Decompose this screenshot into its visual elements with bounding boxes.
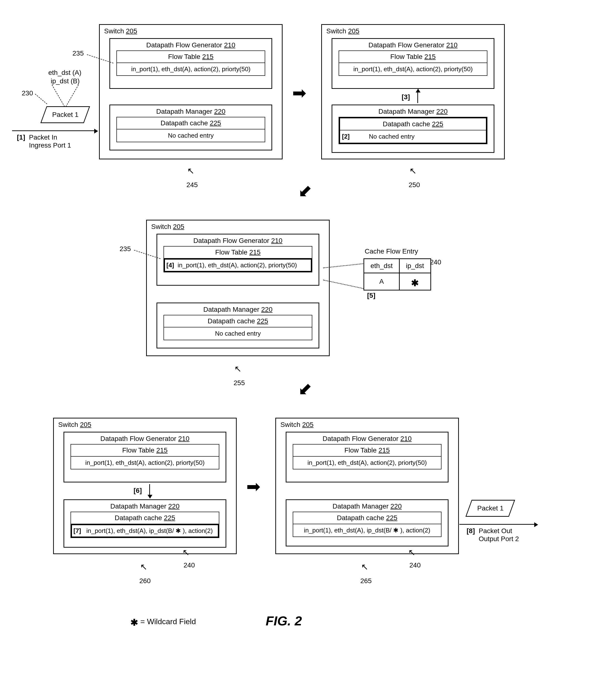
callout-230: 230 <box>22 89 33 97</box>
ptr-265: ↖ <box>361 562 368 571</box>
step-6: [6] <box>134 487 142 495</box>
dp-cache: Datapath cache 225 in_port(1), eth_dst(A… <box>293 512 441 537</box>
dfg-title: Datapath Flow Generator 210 <box>110 39 271 50</box>
cft-v2: ✱ <box>399 273 431 290</box>
switch-245: Switch 205 Datapath Flow Generator 210 F… <box>99 24 283 159</box>
packet-lead-1 <box>52 85 65 107</box>
dpm-title: Datapath Manager 220 <box>286 500 448 512</box>
switch-title: Switch 205 <box>326 27 359 35</box>
dfg-module: Datapath Flow Generator 210 Flow Table 2… <box>110 38 272 89</box>
cache-status: No cached entry <box>117 129 265 142</box>
dfg-title: Datapath Flow Generator 210 <box>332 39 494 50</box>
flow-rule: in_port(1), eth_dst(A), action(2), prior… <box>117 63 265 75</box>
dpm-module: Datapath Manager 220 Datapath cache 225 … <box>64 499 226 548</box>
arrow-step3 <box>417 92 418 103</box>
packet-out-l2: Output Port 2 <box>479 535 519 543</box>
lead-230 <box>35 94 47 104</box>
cache-status: No cached entry <box>164 327 312 340</box>
callout-265: 265 <box>360 577 372 585</box>
callout-235a: 235 <box>72 50 84 57</box>
step-8: [8] <box>467 527 475 535</box>
flow-rule: in_port(1), eth_dst(A), action(2), prior… <box>339 63 487 75</box>
callout-240a: 240 <box>430 258 441 266</box>
callout-260: 260 <box>139 577 151 585</box>
flow-table: Flow Table 215 in_port(1), eth_dst(A), a… <box>116 50 265 76</box>
callout-235b: 235 <box>120 245 131 253</box>
cache-flow-entry-label: Cache Flow Entry <box>365 248 418 255</box>
switch-250: Switch 205 Datapath Flow Generator 210 F… <box>321 24 505 159</box>
step-3: [3] <box>402 93 410 101</box>
cache-flow-table: eth_dst ip_dst A ✱ <box>363 258 431 291</box>
dpm-module: Datapath Manager 220 Datapath cache 225 … <box>156 303 319 348</box>
flow-table: Flow Table 215 in_port(1), eth_dst(A), a… <box>293 444 441 469</box>
callout-250: 250 <box>409 181 420 189</box>
flow-rule: in_port(1), eth_dst(A), action(2), prior… <box>71 457 219 469</box>
flow-table: Flow Table 215 [4] in_port(1), eth_dst(A… <box>164 246 312 272</box>
dp-cache-highlight: Datapath cache 225 [2] No cached entry <box>339 117 487 144</box>
packet-out-l1: Packet Out <box>479 527 512 535</box>
dfg-module: Datapath Flow Generator 210 Flow Table 2… <box>64 432 226 482</box>
dpm-module: Datapath Manager 220 Datapath cache 225 … <box>332 104 494 153</box>
cached-rule: in_port(1), eth_dst(A), ip_dst(B/ ✱ ), a… <box>293 524 441 536</box>
packet-lead-2 <box>66 85 79 107</box>
dp-cache: Datapath cache 225 No cached entry <box>164 315 312 340</box>
ptr-260: ↖ <box>140 562 147 571</box>
switch-265: Switch 205 Datapath Flow Generator 210 F… <box>275 418 459 554</box>
dfg-module: Datapath Flow Generator 210 Flow Table 2… <box>332 38 494 89</box>
dpm-title: Datapath Manager 220 <box>157 303 319 315</box>
flow-table: Flow Table 215 in_port(1), eth_dst(A), a… <box>339 50 487 76</box>
arrow-step6 <box>149 484 150 495</box>
cft-h2: ip_dst <box>399 259 431 273</box>
packet-in-l2: Ingress Port 1 <box>29 142 71 149</box>
ptr-245: ↖ <box>187 167 194 175</box>
cache-status-step2: [2] No cached entry <box>340 130 486 143</box>
dfg-title: Datapath Flow Generator 210 <box>286 432 448 444</box>
arrow-260-to-265: ➡ <box>246 478 261 495</box>
dfg-title: Datapath Flow Generator 210 <box>157 234 319 246</box>
figure-title: FIG. 2 <box>266 613 302 628</box>
arrow-255-to-260: ➡ <box>294 379 316 401</box>
dfg-module: Datapath Flow Generator 210 Flow Table 2… <box>156 234 319 286</box>
ptr-255: ↖ <box>234 365 242 373</box>
packet-eth: eth_dst (A) <box>48 69 81 77</box>
arrow-250-to-255: ➡ <box>294 181 316 203</box>
cft-h1: eth_dst <box>364 259 400 273</box>
packet-in-l1: Packet In <box>29 133 57 141</box>
switch-title: Switch 205 <box>151 223 184 231</box>
switch-260: Switch 205 Datapath Flow Generator 210 F… <box>53 418 237 554</box>
dpm-title: Datapath Manager 220 <box>332 105 494 117</box>
dpm-module: Datapath Manager 220 Datapath cache 225 … <box>286 499 449 546</box>
callout-240b: 240 <box>184 561 195 569</box>
flow-rule-step4: [4] in_port(1), eth_dst(A), action(2), p… <box>164 258 312 272</box>
packet-out-arrow <box>459 524 534 525</box>
callout-255: 255 <box>234 379 245 387</box>
dpm-title: Datapath Manager 220 <box>64 500 225 512</box>
dp-cache: Datapath cache 225 No cached entry <box>116 117 265 142</box>
ptr-240c: ↖ <box>408 548 415 557</box>
switch-255: Switch 205 Datapath Flow Generator 210 F… <box>146 220 330 356</box>
packet-out-box: Packet 1 <box>465 500 515 517</box>
ptr-240b: ↖ <box>183 548 190 557</box>
step-5: [5] <box>367 292 375 299</box>
switch-title: Switch 205 <box>104 27 137 35</box>
packet-in-box: Packet 1 <box>40 106 90 123</box>
flow-table: Flow Table 215 in_port(1), eth_dst(A), a… <box>71 444 219 469</box>
arrow-245-to-250: ➡ <box>292 84 307 101</box>
step-1: [1] <box>17 133 25 141</box>
dfg-title: Datapath Flow Generator 210 <box>64 432 225 444</box>
callout-240c: 240 <box>409 561 421 569</box>
dp-cache: Datapath cache 225 [7] in_port(1), eth_d… <box>71 512 219 538</box>
flow-rule: in_port(1), eth_dst(A), action(2), prior… <box>293 457 441 469</box>
packet-ip: ip_dst (B) <box>51 77 80 85</box>
dpm-module: Datapath Manager 220 Datapath cache 225 … <box>110 104 272 150</box>
callout-245: 245 <box>187 181 198 189</box>
switch-title: Switch 205 <box>281 421 314 429</box>
cached-rule-step7: [7] in_port(1), eth_dst(A), ip_dst(B/ ✱ … <box>71 524 219 538</box>
switch-title: Switch 205 <box>58 421 91 429</box>
cft-v1: A <box>364 273 400 290</box>
dpm-title: Datapath Manager 220 <box>110 105 271 117</box>
packet-in-arrow <box>12 130 94 131</box>
legend: ✱ = Wildcard Field <box>130 616 196 626</box>
ptr-250: ↖ <box>409 167 417 175</box>
dfg-module: Datapath Flow Generator 210 Flow Table 2… <box>286 432 449 482</box>
